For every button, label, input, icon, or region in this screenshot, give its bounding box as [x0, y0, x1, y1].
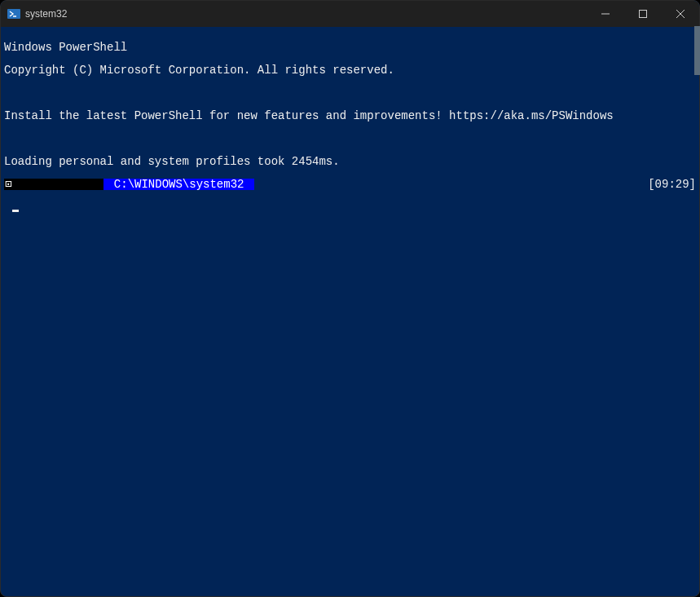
terminal-line [4, 133, 696, 144]
cursor-line [4, 201, 696, 212]
prompt-path: C:\WINDOWS\system32 [103, 179, 253, 190]
window-title: system32 [25, 8, 587, 20]
close-button[interactable] [662, 1, 699, 27]
terminal-line: Install the latest PowerShell for new fe… [4, 110, 696, 122]
terminal-line: Windows PowerShell [4, 42, 696, 53]
prompt-user-segment [12, 179, 103, 190]
terminal-line [4, 87, 696, 99]
powershell-window: system32 Windows PowerShell Copyright (C… [0, 0, 700, 597]
window-controls [587, 1, 699, 27]
powershell-icon [7, 7, 20, 20]
prompt-glyph: ⊡ [4, 179, 12, 190]
terminal-line: Loading personal and system profiles too… [4, 156, 696, 167]
cursor-icon [12, 210, 19, 212]
minimize-button[interactable] [587, 1, 624, 27]
terminal-line: Copyright (C) Microsoft Corporation. All… [4, 64, 696, 76]
scrollbar-thumb[interactable] [694, 26, 700, 75]
titlebar[interactable]: system32 [1, 1, 699, 27]
prompt-time: [09:29] [648, 179, 696, 190]
terminal-content[interactable]: Windows PowerShell Copyright (C) Microso… [1, 27, 699, 596]
prompt-line: ⊡ C:\WINDOWS\system32 [09:29] [4, 179, 696, 190]
svg-rect-3 [640, 11, 647, 18]
maximize-button[interactable] [624, 1, 662, 27]
